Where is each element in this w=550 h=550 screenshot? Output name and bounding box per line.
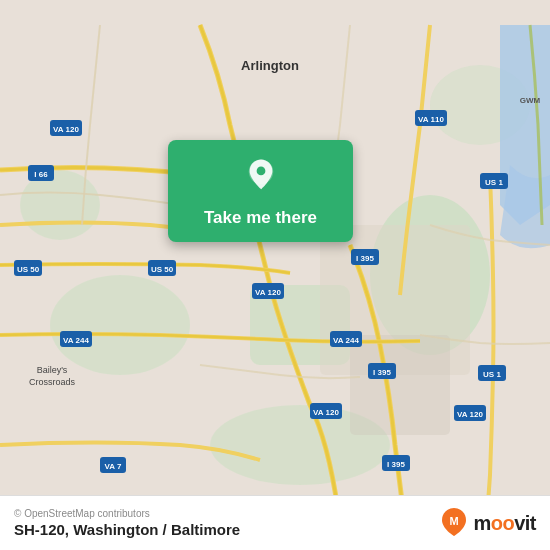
bottom-left-info: © OpenStreetMap contributors SH-120, Was… <box>14 508 240 538</box>
svg-point-46 <box>256 167 265 176</box>
map-background: VA 120 VA 120 VA 110 I 66 US 50 US 50 VA… <box>0 0 550 550</box>
svg-text:M: M <box>450 515 459 527</box>
moovit-pin-icon: M <box>440 506 468 540</box>
svg-text:I 395: I 395 <box>373 368 391 377</box>
take-me-there-label: Take me there <box>204 208 317 228</box>
svg-text:GWM: GWM <box>520 96 541 105</box>
svg-text:VA 120: VA 120 <box>255 288 281 297</box>
moovit-text: moovit <box>473 512 536 535</box>
svg-text:US 1: US 1 <box>483 370 501 379</box>
svg-point-3 <box>50 275 190 375</box>
map-container: VA 120 VA 120 VA 110 I 66 US 50 US 50 VA… <box>0 0 550 550</box>
map-attribution: © OpenStreetMap contributors <box>14 508 240 519</box>
svg-text:VA 120: VA 120 <box>53 125 79 134</box>
svg-text:VA 120: VA 120 <box>313 408 339 417</box>
route-name: SH-120, Washington / Baltimore <box>14 521 240 538</box>
take-me-there-popup[interactable]: Take me there <box>168 140 353 242</box>
bottom-bar: © OpenStreetMap contributors SH-120, Was… <box>0 495 550 550</box>
svg-text:VA 244: VA 244 <box>333 336 359 345</box>
svg-text:VA 7: VA 7 <box>105 462 122 471</box>
svg-text:VA 110: VA 110 <box>418 115 444 124</box>
svg-rect-8 <box>350 335 450 435</box>
svg-text:I 395: I 395 <box>387 460 405 469</box>
svg-text:VA 244: VA 244 <box>63 336 89 345</box>
location-pin-icon <box>240 156 282 198</box>
svg-text:Crossroads: Crossroads <box>29 377 76 387</box>
svg-text:I 66: I 66 <box>34 170 48 179</box>
svg-text:Arlington: Arlington <box>241 58 299 73</box>
moovit-logo: M moovit <box>440 506 536 540</box>
svg-text:US 50: US 50 <box>151 265 174 274</box>
svg-text:Bailey's: Bailey's <box>37 365 68 375</box>
svg-text:US 50: US 50 <box>17 265 40 274</box>
svg-text:US 1: US 1 <box>485 178 503 187</box>
svg-text:VA 120: VA 120 <box>457 410 483 419</box>
svg-text:I 395: I 395 <box>356 254 374 263</box>
